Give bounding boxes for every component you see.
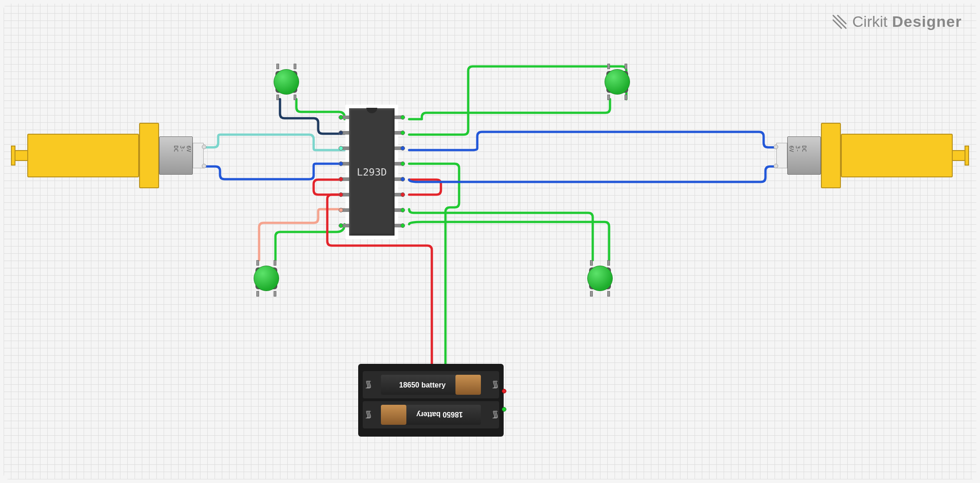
ic-pin-2 [341, 131, 349, 135]
battery-terminal-positive [502, 389, 506, 393]
ic-pin-11 [395, 193, 403, 196]
ic-pin-5 [341, 177, 349, 181]
motor-right-terminal-b [774, 164, 778, 168]
ic-pin-9 [395, 224, 403, 227]
pushbutton-bottom-right[interactable] [585, 264, 615, 293]
ic-pin-13 [395, 162, 403, 166]
ic-pin-15 [395, 131, 403, 135]
battery-cell-1: ⟆⟆⟆ ⟆⟆⟆ 18650 battery [363, 371, 499, 398]
pushbutton-bottom-left[interactable] [252, 264, 281, 293]
ic-pin-3 [341, 146, 349, 150]
pushbutton-top-right[interactable] [603, 67, 632, 96]
ic-pin-16 [395, 116, 403, 119]
brand-name-1: Cirkit [852, 13, 887, 30]
ic-pin-7 [341, 208, 349, 212]
ic-pin-6 [341, 193, 349, 196]
ic-pin-10 [395, 208, 403, 212]
ic-pin-4 [341, 162, 349, 166]
ic-label: L293D [357, 166, 387, 178]
ic-notch [366, 108, 377, 113]
motor-right-label: DC 3-6V [788, 146, 807, 152]
ic-pin-8 [341, 224, 349, 227]
battery-terminal-negative [502, 407, 506, 412]
motor-right-terminal-a [774, 145, 778, 149]
battery-cell1-label: 18650 battery [399, 381, 445, 389]
battery-cell-2: ⟆⟆⟆ ⟆⟆⟆ 18650 battery [363, 401, 499, 428]
pushbutton-top-left[interactable] [272, 67, 301, 96]
brand-name-2: Designer [892, 13, 962, 30]
battery-holder-18650[interactable]: ⟆⟆⟆ ⟆⟆⟆ 18650 battery ⟆⟆⟆ ⟆⟆⟆ 18650 batt… [358, 364, 504, 437]
ic-pin-14 [395, 146, 403, 150]
motor-left-terminal-b [202, 164, 206, 168]
cirkit-logo-icon [831, 14, 848, 30]
ic-pin-12 [395, 177, 403, 181]
battery-cell2-label: 18650 battery [416, 410, 463, 418]
ic-pin-1 [341, 116, 349, 119]
ic-l293d[interactable]: L293D [345, 105, 398, 239]
motor-left-terminal-a [202, 145, 206, 149]
motor-left-label: DC 3-6V [173, 146, 192, 152]
brand-logo: Cirkit Designer [831, 13, 962, 30]
